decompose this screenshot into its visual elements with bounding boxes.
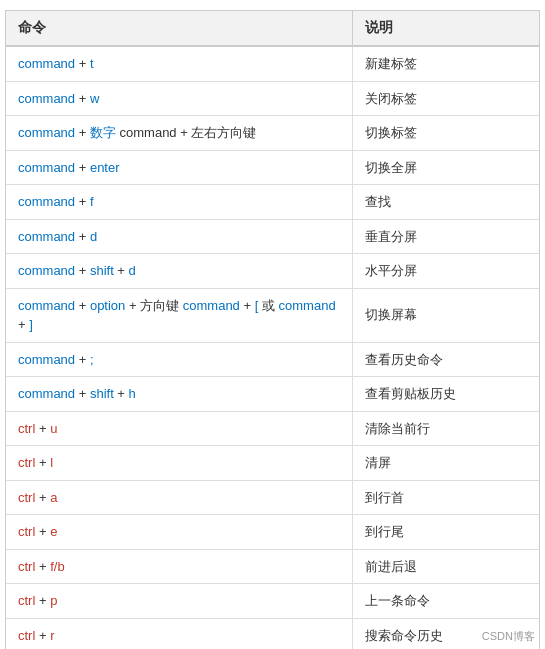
- table-row: command + shift + d水平分屏: [6, 254, 539, 289]
- command-cell: command + 数字 command + 左右方向键: [6, 116, 352, 151]
- table-row: ctrl + r搜索命令历史: [6, 618, 539, 649]
- description-cell: 关闭标签: [352, 81, 539, 116]
- table-row: ctrl + p上一条命令: [6, 584, 539, 619]
- description-cell: 切换全屏: [352, 150, 539, 185]
- table-row: ctrl + a到行首: [6, 480, 539, 515]
- table-row: command + d垂直分屏: [6, 219, 539, 254]
- command-cell: ctrl + u: [6, 411, 352, 446]
- command-cell: command + enter: [6, 150, 352, 185]
- description-cell: 到行首: [352, 480, 539, 515]
- table-row: command + w关闭标签: [6, 81, 539, 116]
- description-cell: 新建标签: [352, 46, 539, 81]
- command-cell: command + t: [6, 46, 352, 81]
- description-cell: 到行尾: [352, 515, 539, 550]
- description-cell: 清屏: [352, 446, 539, 481]
- header-description: 说明: [352, 11, 539, 46]
- command-cell: ctrl + p: [6, 584, 352, 619]
- command-cell: ctrl + e: [6, 515, 352, 550]
- command-cell: command + w: [6, 81, 352, 116]
- table-header-row: 命令 说明: [6, 11, 539, 46]
- command-cell: command + ;: [6, 342, 352, 377]
- table-row: command + ;查看历史命令: [6, 342, 539, 377]
- command-cell: command + shift + h: [6, 377, 352, 412]
- description-cell: 垂直分屏: [352, 219, 539, 254]
- watermark: CSDN博客: [482, 629, 535, 644]
- description-cell: 上一条命令: [352, 584, 539, 619]
- header-command: 命令: [6, 11, 352, 46]
- description-cell: 水平分屏: [352, 254, 539, 289]
- table-row: command + 数字 command + 左右方向键切换标签: [6, 116, 539, 151]
- table-row: ctrl + f/b前进后退: [6, 549, 539, 584]
- table-row: command + shift + h查看剪贴板历史: [6, 377, 539, 412]
- table-row: ctrl + u清除当前行: [6, 411, 539, 446]
- description-cell: 前进后退: [352, 549, 539, 584]
- description-cell: 清除当前行: [352, 411, 539, 446]
- command-cell: command + option + 方向键 command + [ 或 com…: [6, 288, 352, 342]
- table-row: command + option + 方向键 command + [ 或 com…: [6, 288, 539, 342]
- command-cell: command + f: [6, 185, 352, 220]
- table-row: ctrl + e到行尾: [6, 515, 539, 550]
- table-row: command + f查找: [6, 185, 539, 220]
- description-cell: 查看历史命令: [352, 342, 539, 377]
- command-cell: ctrl + r: [6, 618, 352, 649]
- keyboard-shortcuts-table: 命令 说明 command + t新建标签command + w关闭标签comm…: [5, 10, 540, 649]
- command-cell: ctrl + f/b: [6, 549, 352, 584]
- table-row: command + enter切换全屏: [6, 150, 539, 185]
- description-cell: 切换标签: [352, 116, 539, 151]
- table-row: command + t新建标签: [6, 46, 539, 81]
- description-cell: 查看剪贴板历史: [352, 377, 539, 412]
- command-cell: command + d: [6, 219, 352, 254]
- description-cell: 查找: [352, 185, 539, 220]
- description-cell: 切换屏幕: [352, 288, 539, 342]
- command-cell: ctrl + l: [6, 446, 352, 481]
- command-cell: command + shift + d: [6, 254, 352, 289]
- table-row: ctrl + l清屏: [6, 446, 539, 481]
- command-cell: ctrl + a: [6, 480, 352, 515]
